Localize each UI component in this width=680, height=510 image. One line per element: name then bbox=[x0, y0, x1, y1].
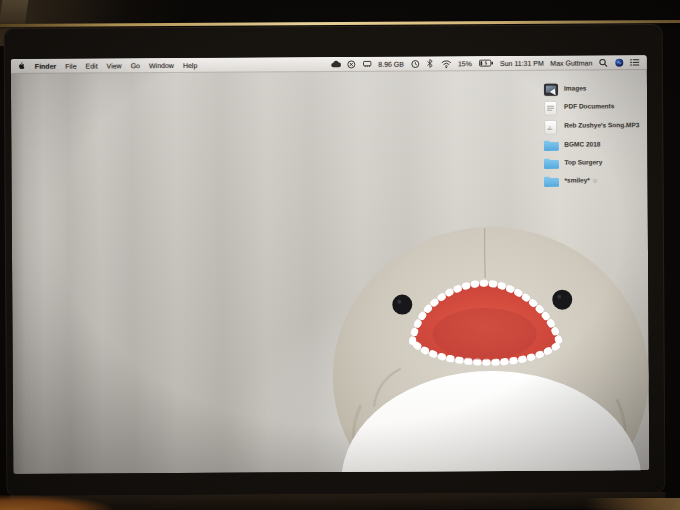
memory-icon[interactable] bbox=[363, 60, 372, 68]
apple-icon bbox=[18, 60, 26, 70]
bluetooth-icon[interactable] bbox=[426, 58, 434, 68]
icon-label: Images bbox=[564, 82, 586, 93]
document-icon bbox=[542, 101, 559, 115]
memory-free-label[interactable]: 8.96 GB bbox=[378, 60, 404, 67]
status-area: 8.96 GB 15% Sun 11:31 PM Max Guttman bbox=[331, 57, 640, 69]
emoji-glyph: ☺ bbox=[592, 176, 599, 183]
desktop-screen: Finder File Edit View Go Window Help 8.9… bbox=[11, 55, 650, 474]
menu-file[interactable]: File bbox=[65, 62, 76, 69]
notification-center-icon[interactable] bbox=[630, 58, 640, 66]
icon-label: PDF Documents bbox=[564, 100, 614, 111]
menu-bar: Finder File Edit View Go Window Help 8.9… bbox=[11, 55, 647, 74]
menu-finder[interactable]: Finder bbox=[35, 62, 56, 69]
battery-icon[interactable] bbox=[478, 59, 493, 67]
menu-view[interactable]: View bbox=[107, 62, 122, 69]
menu-window[interactable]: Window bbox=[149, 62, 174, 69]
macbook: Finder File Edit View Go Window Help 8.9… bbox=[0, 0, 680, 510]
icon-label: Reb Zushye's Song.MP3 bbox=[564, 119, 639, 130]
shark-eye-right bbox=[552, 290, 572, 310]
menu-bar-spacer bbox=[206, 64, 321, 65]
folder-icon bbox=[542, 139, 559, 152]
time-machine-icon[interactable] bbox=[410, 59, 419, 68]
shark-head-seam bbox=[484, 228, 485, 278]
audio-file-icon: ♪ bbox=[542, 120, 559, 134]
user-menu-label[interactable]: Max Guttman bbox=[550, 59, 592, 66]
desk-surface-right bbox=[585, 498, 680, 510]
shark-plush-wallpaper bbox=[304, 221, 650, 474]
apple-menu[interactable] bbox=[18, 60, 26, 71]
cloud-icon[interactable] bbox=[331, 60, 341, 68]
image-stack-icon bbox=[542, 83, 559, 96]
clock-label[interactable]: Sun 11:31 PM bbox=[500, 59, 544, 66]
desktop-item-top-surgery[interactable]: Top Surgery bbox=[542, 156, 642, 170]
desktop-item-images[interactable]: Images bbox=[542, 82, 642, 96]
menu-help[interactable]: Help bbox=[183, 61, 197, 68]
wifi-icon[interactable] bbox=[440, 59, 451, 68]
desktop-item-smiley[interactable]: *smiley* ☺ bbox=[543, 174, 643, 188]
icon-label: Top Surgery bbox=[564, 156, 602, 167]
icon-label: BGMC 2018 bbox=[564, 138, 600, 149]
circled-x-icon[interactable] bbox=[347, 59, 356, 68]
spotlight-icon[interactable] bbox=[599, 58, 608, 67]
desktop-item-pdf-documents[interactable]: PDF Documents bbox=[542, 100, 642, 115]
desktop-icon-list: Images PDF Documents ♪ Reb Zushye's Song… bbox=[542, 82, 643, 188]
menu-edit[interactable]: Edit bbox=[85, 62, 97, 69]
siri-icon[interactable] bbox=[614, 58, 623, 67]
icon-label: *smiley* ☺ bbox=[565, 174, 599, 185]
folder-icon bbox=[543, 175, 560, 188]
desktop-item-bgmc-2018[interactable]: BGMC 2018 bbox=[542, 138, 642, 152]
shark-eye-left bbox=[392, 295, 412, 315]
photo-of-macbook: Finder File Edit View Go Window Help 8.9… bbox=[0, 0, 680, 510]
menu-go[interactable]: Go bbox=[131, 62, 140, 69]
desktop-item-mp3[interactable]: ♪ Reb Zushye's Song.MP3 bbox=[542, 119, 642, 134]
battery-percent-label[interactable]: 15% bbox=[458, 60, 472, 67]
desk-surface-left bbox=[0, 495, 170, 510]
folder-icon bbox=[542, 157, 559, 170]
